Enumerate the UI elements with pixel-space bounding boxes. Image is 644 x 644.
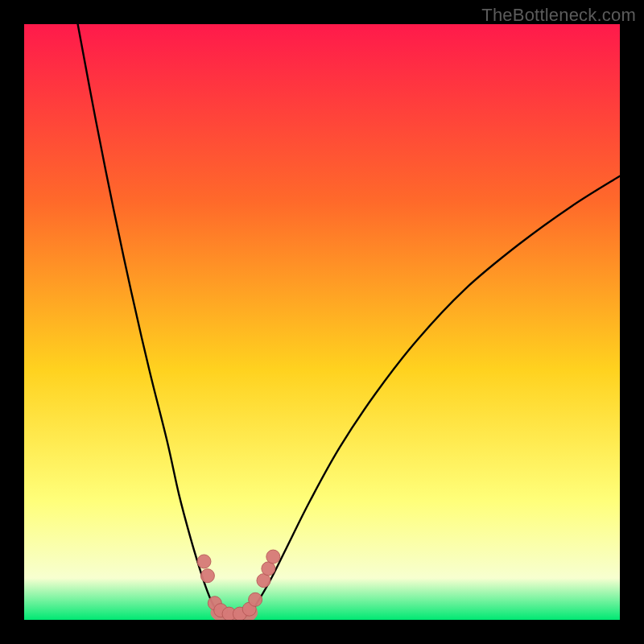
watermark-text: TheBottleneck.com bbox=[481, 5, 636, 26]
chart-frame: TheBottleneck.com bbox=[0, 0, 644, 644]
chart-svg bbox=[24, 24, 620, 620]
gradient-background bbox=[24, 24, 620, 620]
plot-area bbox=[24, 24, 620, 620]
data-marker bbox=[197, 555, 211, 568]
data-marker bbox=[266, 550, 280, 564]
data-marker bbox=[200, 569, 214, 583]
data-marker bbox=[249, 592, 262, 606]
